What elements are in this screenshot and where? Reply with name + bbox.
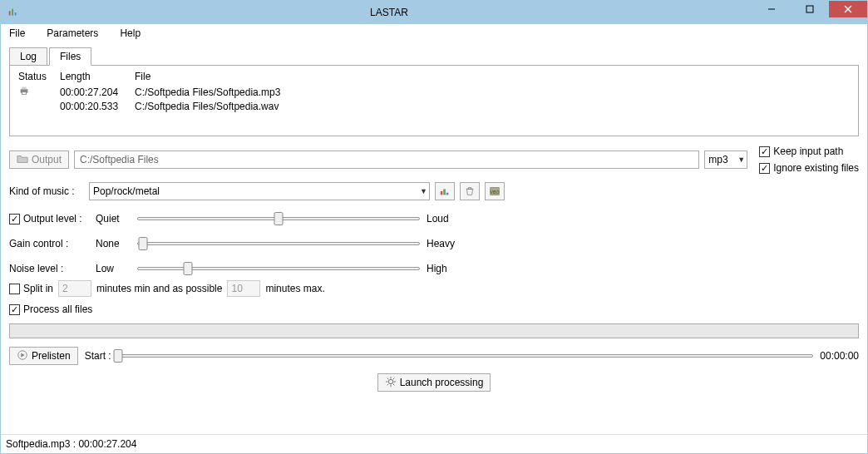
statusbar: Softpedia.mp3 : 00:00:27.204	[1, 434, 867, 453]
svg-rect-10	[441, 191, 443, 195]
table-row[interactable]: 00:00:20.533 C:/Softpedia Files/Softpedi…	[13, 100, 855, 113]
slider-thumb[interactable]	[138, 237, 147, 250]
svg-line-22	[392, 383, 394, 385]
tab-strip: Log Files	[9, 47, 859, 66]
svg-line-23	[387, 383, 388, 385]
window-title: LASTAR	[26, 7, 752, 18]
prelisten-time: 00:00:00	[820, 350, 859, 362]
svg-line-21	[387, 378, 388, 379]
prelisten-slider[interactable]	[118, 348, 814, 364]
noise-level-label: Noise level :	[9, 263, 89, 274]
svg-rect-2	[15, 12, 17, 16]
files-panel: Status Length File 00:00:27.204 C:/Softp…	[9, 65, 859, 136]
col-length[interactable]: Length	[55, 69, 130, 84]
svg-rect-12	[446, 193, 449, 195]
gain-control-label: Gain control :	[9, 238, 89, 249]
slider-right-label: Heavy	[427, 238, 468, 249]
chevron-down-icon: ▼	[420, 187, 427, 195]
svg-rect-9	[22, 92, 26, 95]
col-status[interactable]: Status	[13, 69, 55, 84]
output-button[interactable]: Output	[9, 151, 69, 169]
gear-icon	[385, 376, 397, 390]
titlebar: LASTAR	[1, 1, 867, 24]
prelisten-start-label: Start :	[85, 350, 111, 362]
checkbox-icon	[759, 146, 770, 157]
kind-of-music-label: Kind of music :	[9, 185, 84, 197]
svg-text:VBO: VBO	[490, 190, 499, 195]
slider-left-label: Low	[96, 263, 131, 274]
chevron-down-icon: ▼	[737, 155, 745, 164]
keep-input-path-check[interactable]: Keep input path	[759, 146, 859, 157]
menu-parameters[interactable]: Parameters	[43, 26, 101, 41]
split-check[interactable]: Split in	[9, 283, 53, 294]
svg-rect-8	[22, 87, 26, 90]
preset-icon-button[interactable]: VBO	[485, 182, 505, 200]
printer-icon	[18, 87, 30, 99]
split-suffix: minutes max.	[265, 283, 324, 294]
cell-file: C:/Softpedia Files/Softpedia.wav	[130, 100, 855, 113]
slider-left-label: Quiet	[96, 213, 131, 225]
output-format-select[interactable]: mp3▼	[704, 151, 747, 169]
svg-rect-4	[806, 6, 813, 12]
process-all-check[interactable]: Process all files	[9, 303, 859, 315]
launch-processing-button[interactable]: Launch processing	[377, 373, 491, 392]
maximize-button[interactable]	[791, 1, 829, 17]
table-row[interactable]: 00:00:27.204 C:/Softpedia Files/Softpedi…	[13, 84, 855, 100]
slider-thumb[interactable]	[184, 262, 193, 275]
tab-log[interactable]: Log	[9, 47, 47, 66]
svg-rect-0	[9, 11, 11, 15]
app-icon	[7, 7, 19, 18]
play-icon	[17, 349, 28, 363]
tab-files[interactable]: Files	[49, 47, 91, 66]
progress-bar	[9, 323, 859, 338]
menu-file[interactable]: File	[6, 26, 28, 41]
split-max-input[interactable]	[227, 280, 260, 297]
checkbox-icon	[9, 284, 20, 294]
chart-icon-button[interactable]	[435, 182, 455, 200]
output-level-check[interactable]: Output level :	[9, 213, 89, 225]
output-level-slider[interactable]	[137, 210, 420, 227]
menu-help[interactable]: Help	[116, 26, 144, 41]
slider-thumb[interactable]	[113, 349, 122, 363]
minimize-button[interactable]	[752, 1, 791, 17]
close-button[interactable]	[829, 1, 867, 17]
gain-control-slider[interactable]	[137, 235, 420, 252]
split-mid-text: minutes min and as possible	[96, 283, 222, 294]
svg-line-24	[392, 378, 394, 379]
slider-left-label: None	[96, 238, 131, 249]
output-button-label: Output	[32, 154, 62, 165]
split-min-input[interactable]	[58, 280, 91, 297]
slider-thumb[interactable]	[274, 212, 284, 225]
col-file[interactable]: File	[130, 69, 855, 84]
trash-icon-button[interactable]	[460, 182, 480, 200]
svg-rect-11	[443, 189, 446, 195]
output-path-input[interactable]	[74, 151, 699, 169]
svg-point-16	[388, 379, 392, 383]
menubar: File Parameters Help	[1, 24, 867, 42]
slider-right-label: Loud	[427, 213, 468, 225]
slider-right-label: High	[427, 263, 468, 274]
kind-of-music-select[interactable]: Pop/rock/metal▼	[89, 182, 430, 200]
cell-length: 00:00:27.204	[55, 84, 130, 100]
svg-rect-1	[12, 9, 13, 16]
checkbox-icon	[759, 163, 770, 174]
file-table: Status Length File 00:00:27.204 C:/Softp…	[13, 69, 855, 113]
checkbox-icon	[9, 214, 20, 225]
cell-length: 00:00:20.533	[55, 100, 130, 113]
ignore-existing-check[interactable]: Ignore existing files	[759, 162, 859, 174]
checkbox-icon	[9, 304, 20, 315]
prelisten-button[interactable]: Prelisten	[9, 347, 78, 365]
cell-file: C:/Softpedia Files/Softpedia.mp3	[130, 84, 855, 100]
folder-icon	[17, 153, 28, 167]
noise-level-slider[interactable]	[137, 260, 420, 277]
